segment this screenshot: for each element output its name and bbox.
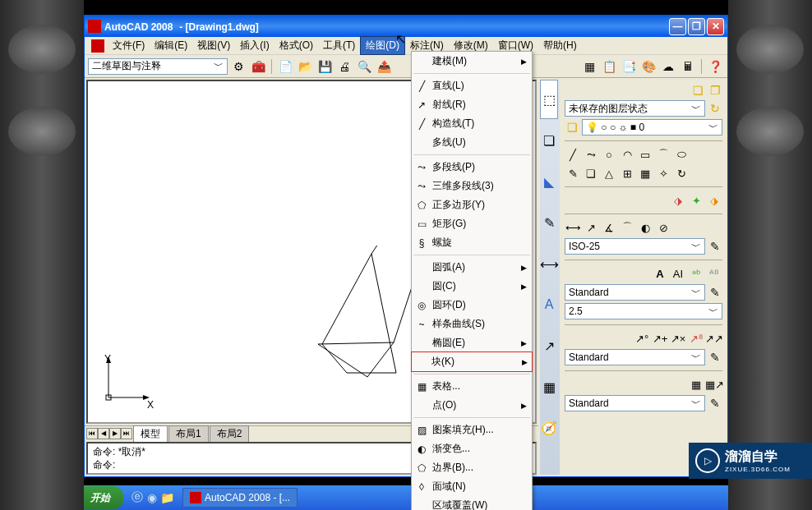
folder-icon[interactable]: 📁 — [159, 490, 174, 505]
markup-icon[interactable]: ☁ — [659, 57, 677, 76]
layer-select[interactable]: 💡 ○ ○ ☼ ■ 0 ﹀ — [582, 119, 722, 136]
tab-first-icon[interactable]: ⏮ — [86, 428, 98, 439]
menu-ellipse[interactable]: 椭圆(E) ▶ — [412, 333, 532, 352]
menu-view[interactable]: 视图(V) — [192, 37, 235, 54]
toolbox-icon[interactable]: 🧰 — [249, 57, 267, 76]
pline-icon[interactable]: ⤳ — [583, 146, 599, 163]
diameter-dim-icon[interactable]: ⊘ — [655, 219, 671, 236]
table-icon[interactable]: ▦ — [688, 376, 704, 393]
menu-line[interactable]: ╱ 直线(L) — [412, 76, 532, 95]
layer-refresh-icon[interactable]: ↻ — [708, 101, 722, 116]
sheet-set-icon[interactable]: 📑 — [620, 57, 638, 76]
palette-tab-layers2[interactable]: ❏ — [540, 121, 558, 160]
menu-polygon[interactable]: ⬠ 正多边形(Y) — [412, 195, 532, 214]
palette-tab-dimension[interactable]: ⟷ — [540, 244, 558, 283]
print-icon[interactable]: 🖨 — [335, 57, 353, 76]
mirror-icon[interactable]: △ — [601, 165, 617, 181]
arc-icon[interactable]: ◠ — [619, 146, 635, 163]
linear-dim-icon[interactable]: ⟷ — [565, 219, 581, 236]
menu-boundary[interactable]: ⬠ 边界(B)... — [412, 458, 532, 477]
mleader-icon[interactable]: ↗° — [634, 330, 650, 347]
menu-spline[interactable]: ~ 样条曲线(S) — [412, 315, 532, 333]
workspace-settings-icon[interactable]: ⚙ — [229, 57, 247, 76]
publish-icon[interactable]: 📤 — [375, 57, 393, 76]
dim-style-edit-icon[interactable]: ✎ — [708, 239, 722, 254]
mtext-icon[interactable]: ✦ — [688, 192, 704, 209]
erase-icon[interactable]: ✎ — [565, 165, 581, 181]
layer-states-icon[interactable]: ❏ — [690, 83, 705, 98]
taskbar-app[interactable]: AutoCAD 2008 - [... — [182, 488, 298, 508]
aligned-dim-icon[interactable]: ↗ — [583, 219, 599, 236]
menu-modeling[interactable]: 建模(M) ▶ — [412, 52, 532, 71]
menu-edit[interactable]: 编辑(E) — [150, 37, 192, 54]
menu-file[interactable]: 文件(F) — [108, 37, 150, 54]
mleader-style-select[interactable]: Standard ﹀ — [565, 349, 705, 365]
arc-dim-icon[interactable]: ⌒ — [619, 219, 635, 236]
palette-tab-nav[interactable]: 🧭 — [540, 408, 558, 448]
hatch-icon[interactable]: ⬗ — [670, 192, 686, 209]
start-button[interactable]: 开始 — [84, 486, 123, 509]
circle-icon[interactable]: ○ — [601, 146, 617, 163]
calculator-icon[interactable]: 🖩 — [679, 57, 697, 76]
menu-insert[interactable]: 插入(I) — [235, 37, 274, 54]
rotate-icon[interactable]: ↻ — [673, 165, 690, 181]
text-style-edit-icon[interactable]: ✎ — [708, 285, 722, 300]
palette-tab-layers[interactable]: ⬚ — [540, 80, 558, 119]
fillet-icon[interactable]: ⌒ — [655, 146, 671, 163]
new-icon[interactable]: 📄 — [276, 57, 294, 76]
rectangle-icon[interactable]: ▭ — [637, 146, 653, 163]
line-icon[interactable]: ╱ — [565, 146, 581, 163]
menu-circle[interactable]: 圆(C) ▶ — [412, 277, 532, 296]
menu-table[interactable]: ▦ 表格... — [412, 377, 532, 396]
save-icon[interactable]: 💾 — [316, 57, 334, 76]
menu-tools[interactable]: 工具(T) — [318, 37, 360, 54]
menu-ray[interactable]: ↗ 射线(R) — [412, 95, 532, 114]
block-editor-icon[interactable]: ▦ — [580, 57, 598, 76]
media-icon[interactable]: ◉ — [145, 490, 159, 505]
tab-layout1[interactable]: 布局1 — [168, 425, 209, 442]
mleader-edit-icon[interactable]: ✎ — [708, 350, 722, 365]
menu-region[interactable]: ◊ 面域(N) — [412, 477, 532, 496]
move-icon[interactable]: ✧ — [655, 165, 671, 181]
tab-layout2[interactable]: 布局2 — [210, 425, 250, 442]
tab-prev-icon[interactable]: ◀ — [98, 428, 109, 439]
dim-style-select[interactable]: ISO-25 ﹀ — [565, 238, 705, 255]
menu-block[interactable]: 块(K) ▶ — [411, 351, 533, 372]
palette-tab-leader[interactable]: ↗ — [540, 326, 558, 365]
mleader-add-icon[interactable]: ↗+ — [652, 330, 668, 347]
ie-icon[interactable]: ⓔ — [130, 490, 145, 505]
radius-dim-icon[interactable]: ◐ — [637, 219, 653, 236]
menu-draw[interactable]: 绘图(D) — [360, 36, 405, 55]
workspace-select[interactable]: 二维草图与注释 ﹀ — [88, 58, 228, 75]
maximize-button[interactable]: ❐ — [688, 18, 705, 35]
tab-model[interactable]: 模型 — [133, 425, 168, 442]
mleader-align-icon[interactable]: ↗⁸ — [688, 330, 704, 347]
tab-next-icon[interactable]: ▶ — [109, 428, 121, 439]
text-style-select[interactable]: Standard ﹀ — [565, 284, 705, 301]
layer-manager-icon[interactable]: ❐ — [708, 83, 722, 98]
menu-donut[interactable]: ◎ 圆环(D) — [412, 296, 532, 315]
tab-last-icon[interactable]: ⏭ — [121, 428, 132, 439]
palette-tab-modify[interactable]: ✎ — [540, 203, 558, 242]
table-edit-icon[interactable]: ✎ — [708, 396, 722, 411]
tool-palettes-icon[interactable]: 🎨 — [639, 57, 657, 76]
copy-icon[interactable]: ❏ — [583, 165, 599, 181]
menu-pline[interactable]: ⤳ 多段线(P) — [412, 158, 532, 177]
text-height-select[interactable]: 2.5 ﹀ — [565, 303, 722, 319]
help-icon[interactable]: ❓ — [706, 57, 724, 76]
menu-format[interactable]: 格式(O) — [275, 37, 318, 54]
menu-help[interactable]: 帮助(H) — [538, 37, 582, 54]
palette-tab-text[interactable]: A — [540, 285, 558, 324]
mleader-remove-icon[interactable]: ↗× — [670, 330, 686, 347]
palette-tab-table[interactable]: ▦ — [540, 367, 558, 407]
table-export-icon[interactable]: ▦↗ — [706, 376, 722, 393]
text-scale-icon[interactable]: ᴬᴮ — [706, 265, 722, 282]
table-style-select[interactable]: Standard ﹀ — [565, 395, 705, 411]
minimize-button[interactable]: — — [669, 18, 686, 35]
menu-helix[interactable]: § 螺旋 — [412, 233, 532, 252]
mtext-A-icon[interactable]: A — [652, 265, 668, 282]
close-button[interactable]: ✕ — [707, 18, 724, 35]
plot-preview-icon[interactable]: 🔍 — [355, 57, 373, 76]
menu-hatch[interactable]: ▨ 图案填充(H)... — [412, 420, 532, 439]
spell-check-icon[interactable]: ᵃᵇ — [688, 265, 704, 282]
